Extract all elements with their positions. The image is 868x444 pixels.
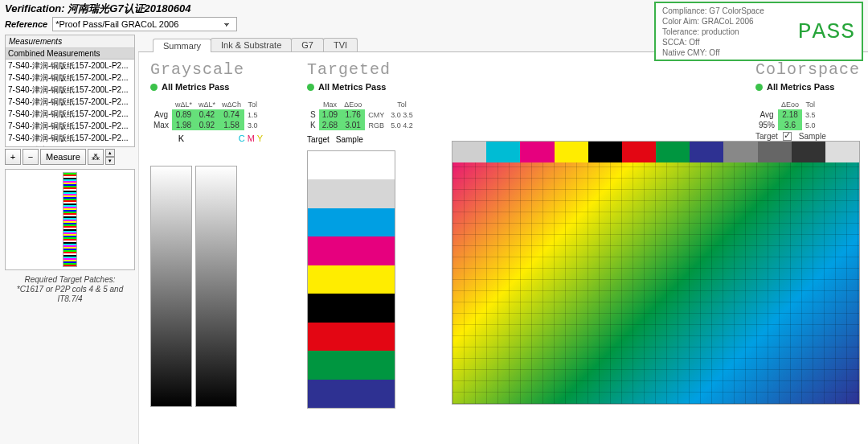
verification-title: 河南瑞光G7认证20180604	[68, 2, 190, 14]
grayscale-panel: Grayscale All Metrics Pass wΔL* wΔL* wΔC…	[150, 60, 291, 444]
col-header: Tol	[244, 100, 261, 109]
content-column: Summary Ink & Substrate G7 TVI Grayscale…	[138, 35, 868, 444]
colorspace-labels: Target Sample	[755, 132, 860, 141]
colorspace-chart	[452, 141, 860, 405]
targeted-metrics: Max ΔEoo Tol S 1.09 1.76 CMY 3.0 3.5	[307, 100, 416, 130]
metric-cell: 5.0	[802, 120, 819, 130]
metric-cell: 3.01	[341, 120, 365, 130]
compliance-line: Color Aim: GRACoL 2006	[662, 16, 764, 27]
status-text: All Metrics Pass	[162, 82, 229, 92]
metric-cell: 0.74	[219, 109, 244, 120]
colorspace-status: All Metrics Pass	[755, 82, 860, 92]
col-header: Tol	[802, 100, 819, 109]
compliance-line: Tolerance: production	[662, 27, 764, 37]
app-root: Verification: 河南瑞光G7认证20180604 Reference…	[0, 0, 868, 444]
list-item[interactable]: 7-S40-津润-铜版纸157-200L-P2...	[6, 120, 134, 132]
swatch-green	[308, 351, 395, 379]
gradient-cmy	[195, 166, 237, 407]
verification-label: Verification:	[5, 2, 65, 14]
metric-cell: 0.92	[195, 120, 219, 130]
main-area: Measurements Combined Measurements 7-S40…	[0, 35, 868, 444]
target-label: Target	[307, 135, 330, 144]
tab-tvi[interactable]: TVI	[323, 38, 358, 51]
targeted-status: All Metrics Pass	[307, 82, 436, 92]
targeted-panel: Targeted All Metrics Pass Max ΔEoo Tol	[307, 60, 436, 444]
metric-cell: 3.0 3.5	[387, 109, 416, 120]
metric-cell: 3.6	[778, 120, 802, 130]
grayscale-gradients	[150, 166, 291, 407]
metric-cell: 1.09	[319, 109, 341, 120]
left-sidebar: Measurements Combined Measurements 7-S40…	[0, 35, 138, 444]
metric-cell: 5.0 4.2	[387, 120, 416, 130]
measurements-heading: Combined Measurements	[6, 48, 134, 60]
measurements-title: Measurements	[6, 35, 134, 48]
targeted-labels: Target Sample	[307, 135, 436, 144]
row-label: Max	[150, 120, 172, 130]
metric-cell: 1.98	[172, 120, 195, 130]
colorspace-metrics: ΔEoo Tol Avg 2.18 3.5 95%	[755, 100, 819, 130]
metric-cell: 0.42	[195, 109, 219, 120]
metric-cell: 1.5	[244, 109, 261, 120]
list-item[interactable]: 7-S40-津润-铜版纸157-200L-P2...	[6, 144, 134, 146]
dice-icon[interactable]: ⁂	[88, 149, 104, 165]
compliance-line: Compliance: G7 ColorSpace	[662, 6, 764, 16]
swatch-cyan	[308, 208, 395, 236]
measurements-list[interactable]: 7-S40-津润-铜版纸157-200L-P2... 7-S40-津润-铜版纸1…	[6, 60, 134, 146]
grayscale-column-labels: K C M Y	[150, 134, 291, 143]
compliance-panel: Compliance: G7 ColorSpace Color Aim: GRA…	[654, 2, 863, 61]
row-label: Avg	[755, 109, 778, 120]
add-button[interactable]: +	[5, 149, 21, 165]
status-dot-icon	[150, 84, 158, 91]
metric-cell: 0.89	[172, 109, 195, 120]
list-item[interactable]: 7-S40-津润-铜版纸157-200L-P2...	[6, 72, 134, 84]
list-item[interactable]: 7-S40-津润-铜版纸157-200L-P2...	[6, 132, 134, 144]
grayscale-metrics: wΔL* wΔL* wΔCh Tol Avg 0.89 0.42 0.74 1.…	[150, 100, 261, 130]
row-label: Avg	[150, 109, 172, 120]
row-label: S	[307, 109, 319, 120]
swatch-white	[308, 151, 395, 179]
swatch-lightgray	[308, 179, 395, 208]
status-dot-icon	[307, 84, 314, 91]
list-item[interactable]: 7-S40-津润-铜版纸157-200L-P2...	[6, 60, 134, 72]
measurements-panel: Measurements Combined Measurements 7-S40…	[5, 35, 135, 147]
k-label: K	[178, 134, 184, 143]
target-thumbnail	[63, 172, 77, 267]
metric-cell: 3.0	[244, 120, 261, 130]
swatch-blue	[308, 380, 395, 408]
gradient-k	[150, 166, 192, 407]
row-label: CMY	[365, 109, 387, 120]
compliance-line: Native CMY: Off	[662, 47, 764, 58]
list-item[interactable]: 7-S40-津润-铜版纸157-200L-P2...	[6, 96, 134, 108]
target-thumbnail-panel	[5, 169, 135, 270]
targeted-swatches	[307, 150, 395, 409]
measure-button[interactable]: Measure	[40, 149, 86, 165]
reference-select[interactable]: *Proof Pass/Fail GRACoL 2006	[52, 17, 237, 31]
sample-label: Sample	[336, 135, 363, 144]
col-header: ΔEoo	[341, 100, 365, 109]
chevron-up-icon[interactable]: ▲	[105, 149, 115, 157]
tab-ink-substrate[interactable]: Ink & Substrate	[211, 38, 292, 51]
sample-checkbox[interactable]	[783, 132, 792, 141]
list-item[interactable]: 7-S40-津润-铜版纸157-200L-P2...	[6, 84, 134, 96]
target-label: Target	[755, 132, 778, 141]
tab-g7[interactable]: G7	[291, 38, 324, 51]
required-patches-title: Required Target Patches:	[5, 275, 135, 285]
row-label: 95%	[755, 120, 778, 130]
cmy-label: C M Y	[239, 134, 263, 143]
col-header: wΔCh	[219, 100, 244, 109]
tab-summary[interactable]: Summary	[153, 39, 211, 52]
status-dot-icon	[755, 84, 763, 91]
remove-button[interactable]: −	[23, 149, 39, 165]
measurements-controls: + − Measure ⁂ ▲ ▼	[5, 149, 135, 165]
chevron-down-icon[interactable]: ▼	[105, 157, 115, 165]
colorspace-title: Colorspace	[755, 60, 860, 79]
row-label: K	[307, 120, 319, 130]
grayscale-title: Grayscale	[150, 60, 291, 79]
swatch-magenta	[308, 236, 395, 265]
col-header: ΔEoo	[778, 100, 802, 109]
list-item[interactable]: 7-S40-津润-铜版纸157-200L-P2...	[6, 108, 134, 120]
count-stepper[interactable]: ▲ ▼	[105, 149, 115, 165]
status-text: All Metrics Pass	[767, 82, 834, 92]
col-header: wΔL*	[172, 100, 195, 109]
row-label: RGB	[365, 120, 387, 130]
